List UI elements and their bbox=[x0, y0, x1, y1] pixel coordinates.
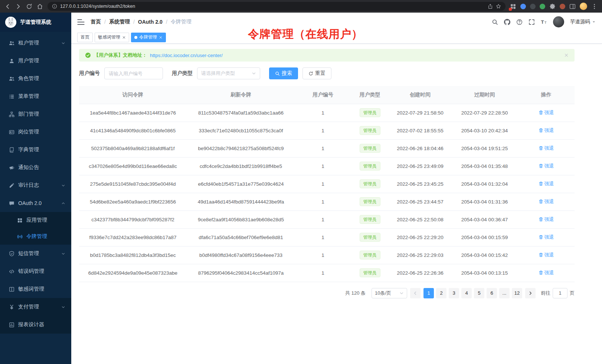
sidebar-item-label: 应用管理 bbox=[26, 217, 65, 224]
force-logout-button[interactable]: 强退 bbox=[539, 216, 554, 223]
svg-text:T: T bbox=[544, 21, 547, 24]
breadcrumb-item-2[interactable]: OAuth 2.0 bbox=[138, 19, 163, 25]
back-icon[interactable] bbox=[4, 3, 11, 10]
close-tab-icon[interactable] bbox=[122, 36, 126, 39]
extensions-puzzle-icon[interactable] bbox=[549, 3, 556, 10]
user-id-cell: 1 bbox=[295, 246, 351, 264]
split-view-icon[interactable] bbox=[569, 3, 576, 10]
pagination-next-button[interactable] bbox=[525, 288, 536, 298]
sidebar-item-label: 短信管理 bbox=[18, 250, 61, 257]
force-logout-button[interactable]: 强退 bbox=[539, 269, 554, 276]
sidebar-item-tenant[interactable]: 租户管理 bbox=[0, 34, 71, 52]
force-logout-button[interactable]: 强退 bbox=[539, 163, 554, 169]
extension-grid-icon[interactable] bbox=[510, 3, 516, 10]
pagination-page-2[interactable]: 2 bbox=[436, 288, 446, 298]
sidebar-item-oauth2[interactable]: OAuth 2.0 bbox=[0, 194, 71, 212]
app-logo[interactable]: 芋道管理系统 bbox=[0, 13, 71, 32]
sidebar-item-report-designer[interactable]: 报表设计器 bbox=[0, 316, 71, 334]
extension-dark-icon[interactable] bbox=[530, 4, 536, 9]
view-tab-oauth2-token[interactable]: 令牌管理 bbox=[131, 33, 166, 42]
sidebar-item-role[interactable]: 角色管理 bbox=[0, 70, 71, 87]
search-button[interactable]: 搜索 bbox=[269, 67, 298, 79]
breadcrumb-item-0[interactable]: 首页 bbox=[91, 19, 101, 25]
close-tab-icon[interactable] bbox=[159, 36, 163, 39]
sidebar-item-user[interactable]: 用户管理 bbox=[0, 52, 71, 70]
username: 芋道源码 bbox=[570, 19, 590, 25]
user-type-select[interactable]: 请选择用户类型 bbox=[197, 67, 260, 79]
extension-red-icon[interactable] bbox=[560, 4, 565, 9]
help-icon[interactable] bbox=[516, 19, 523, 25]
access-token-cell: f9336e7c7dd242a283ee98dc86b17a87 bbox=[79, 228, 187, 246]
signal-icon bbox=[17, 234, 23, 239]
pagination-page-5[interactable]: 5 bbox=[474, 288, 484, 298]
font-size-icon[interactable]: TT bbox=[541, 19, 547, 25]
pagination-page-12[interactable]: 12 bbox=[512, 288, 522, 298]
sidebar-item-audit-log[interactable]: 审计日志 bbox=[0, 176, 71, 194]
user-avatar[interactable] bbox=[553, 16, 564, 27]
breadcrumb: 首页/系统管理/OAuth 2.0/令牌管理 bbox=[91, 19, 192, 25]
pagination-page-1[interactable]: 1 bbox=[423, 288, 434, 298]
sidebar-item-oauth2-token[interactable]: 令牌管理 bbox=[0, 228, 71, 245]
force-logout-button[interactable]: 强退 bbox=[539, 181, 554, 187]
pagination-page-4[interactable]: 4 bbox=[461, 288, 472, 298]
force-logout-button[interactable]: 强退 bbox=[539, 127, 554, 134]
logo-image bbox=[5, 17, 16, 28]
pagination-page-6[interactable]: 6 bbox=[487, 288, 497, 298]
fullscreen-icon[interactable] bbox=[529, 19, 535, 25]
reset-button[interactable]: 重置 bbox=[302, 67, 331, 79]
user-id-cell: 1 bbox=[295, 193, 351, 211]
user-menu[interactable]: 芋道源码 bbox=[570, 19, 596, 25]
pagination-more-button[interactable]: ... bbox=[499, 288, 510, 298]
force-logout-button[interactable]: 强退 bbox=[539, 198, 554, 205]
reload-icon[interactable] bbox=[26, 3, 32, 10]
goto-page-input[interactable] bbox=[553, 288, 567, 298]
svg-text:T: T bbox=[541, 19, 544, 25]
refresh-token-cell: 811c530487574fa0af1a59d3abc1aa66 bbox=[187, 104, 295, 122]
sidebar-collapse-icon[interactable] bbox=[77, 19, 85, 25]
browser-menu-icon[interactable] bbox=[591, 3, 598, 10]
sidebar-item-dict[interactable]: 字典管理 bbox=[0, 141, 71, 159]
sidebar-item-sms[interactable]: 短信管理 bbox=[0, 245, 71, 262]
pagination-goto: 前往 页 bbox=[541, 288, 575, 298]
home-icon[interactable] bbox=[37, 3, 43, 10]
pagination-page-3[interactable]: 3 bbox=[449, 288, 459, 298]
view-tab-home[interactable]: 首页 bbox=[77, 33, 93, 42]
view-tab-sensitive-word[interactable]: 敏感词管理 bbox=[95, 33, 129, 42]
force-logout-button[interactable]: 强退 bbox=[539, 109, 554, 116]
alert-close-icon[interactable] bbox=[564, 53, 569, 57]
user-id-input[interactable] bbox=[104, 67, 163, 79]
force-logout-button[interactable]: 强退 bbox=[539, 145, 554, 152]
sidebar-item-post[interactable]: 岗位管理 bbox=[0, 123, 71, 141]
extension-blue-icon[interactable] bbox=[520, 4, 526, 9]
chevron-down-icon bbox=[61, 41, 65, 45]
search-icon[interactable] bbox=[492, 19, 498, 25]
sidebar-item-oauth2-app[interactable]: 应用管理 bbox=[0, 212, 71, 228]
column-header-3: 用户类型 bbox=[351, 86, 389, 104]
force-logout-button[interactable]: 强退 bbox=[539, 234, 554, 241]
user-id-label: 用户编号 bbox=[79, 70, 100, 77]
sidebar-item-dept[interactable]: 部门管理 bbox=[0, 105, 71, 123]
browser-profile-avatar[interactable] bbox=[580, 3, 587, 10]
pagination-prev-button[interactable] bbox=[410, 288, 421, 298]
sidebar-item-sensitive-word[interactable]: 敏感词管理 bbox=[0, 280, 71, 298]
force-logout-button[interactable]: 强退 bbox=[539, 252, 554, 258]
chevron-left-icon bbox=[413, 291, 418, 295]
github-icon[interactable] bbox=[504, 19, 510, 25]
created-time-cell: 2022-07-29 21:58:50 bbox=[389, 104, 451, 122]
share-icon[interactable] bbox=[488, 4, 493, 9]
sidebar-item-error-code[interactable]: 错误码管理 bbox=[0, 262, 71, 280]
breadcrumb-item-1[interactable]: 系统管理 bbox=[109, 19, 130, 25]
forward-icon[interactable] bbox=[15, 3, 22, 10]
address-bar[interactable]: 127.0.0.1:1024/system/oauth2/token bbox=[48, 2, 506, 11]
extension-green-icon[interactable] bbox=[540, 4, 545, 9]
page-size-select[interactable]: 10条/页 bbox=[372, 288, 407, 298]
sidebar-item-notice[interactable]: 通知公告 bbox=[0, 159, 71, 176]
tags-view: 首页敏感词管理令牌管理 bbox=[71, 31, 602, 44]
expire-time-cell: 2054-03-04 00:15:59 bbox=[451, 228, 518, 246]
sidebar-item-pay[interactable]: 支付管理 bbox=[0, 298, 71, 316]
sidebar-item-menu[interactable]: 菜单管理 bbox=[0, 87, 71, 105]
bookmark-star-icon[interactable] bbox=[496, 4, 501, 9]
site-info-icon[interactable] bbox=[52, 4, 57, 9]
doc-link[interactable]: https://doc.iocoder.cn/user-center/ bbox=[150, 53, 223, 58]
chevron-up-icon bbox=[61, 201, 65, 205]
